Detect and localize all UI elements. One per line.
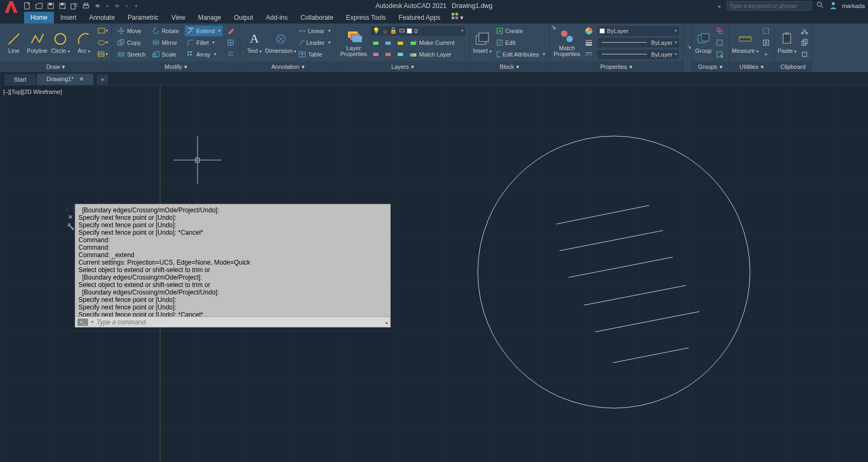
command-window[interactable]: ⋮⋮ ✕ 🔧 [Boundary edges/Crossing/mOde/Pro… (75, 204, 391, 328)
insert-block-button[interactable]: Insert (473, 25, 492, 60)
qat-customize-icon[interactable]: ▾ (131, 1, 141, 11)
layer-tool-3-icon[interactable] (394, 37, 406, 48)
offset-icon[interactable] (225, 49, 236, 60)
measure-button[interactable]: Measure (732, 25, 758, 60)
redo-icon[interactable] (112, 1, 122, 11)
save-icon[interactable] (46, 1, 56, 11)
linetype-icon[interactable] (583, 49, 595, 60)
tab-annotate[interactable]: Annotate (83, 12, 121, 23)
grip-icon[interactable]: ⋮⋮ (65, 205, 76, 211)
open-icon[interactable] (34, 1, 44, 11)
mirror-button[interactable]: Mirror (150, 37, 183, 48)
new-icon[interactable] (22, 1, 32, 11)
copy-clip-icon[interactable] (799, 37, 810, 48)
panel-properties-launcher[interactable]: ↘ (683, 23, 692, 72)
user-icon[interactable] (829, 1, 838, 11)
ungroup-icon[interactable] (714, 26, 725, 36)
user-name[interactable]: markada (842, 3, 865, 9)
fillet-button[interactable]: Fillet (185, 37, 223, 48)
layer-tool-1-icon[interactable] (370, 37, 382, 48)
dimension-button[interactable]: Dimension (267, 25, 294, 60)
tab-addins[interactable]: Add-ins (259, 12, 294, 23)
tab-output[interactable]: Output (227, 12, 259, 23)
panel-draw-title[interactable]: Draw ▾ (0, 61, 112, 72)
wrench-icon[interactable]: 🔧 (67, 223, 75, 230)
group-select-icon[interactable] (714, 49, 725, 60)
match-layer-button[interactable]: Match Layer (407, 49, 457, 60)
lineweight-bylayer-dropdown[interactable]: ByLayer▾ (597, 37, 680, 48)
create-block-button[interactable]: Create (494, 26, 547, 36)
make-current-button[interactable]: Make Current (407, 37, 457, 48)
file-tab-start[interactable]: Start (4, 74, 36, 85)
panel-layers-title[interactable]: Layers ▾ (336, 61, 469, 72)
table-button[interactable]: Table (296, 49, 333, 60)
match-prop-clip-icon[interactable] (799, 49, 810, 60)
extend-button[interactable]: Extend (185, 26, 223, 36)
layer-dropdown[interactable]: 💡 ☼ 🔓 0 ▾ (370, 26, 466, 36)
command-window-handle[interactable]: ⋮⋮ ✕ 🔧 (66, 204, 75, 230)
web-save-icon[interactable] (69, 1, 79, 11)
layer-tool-6-icon[interactable] (394, 49, 406, 59)
panel-annotation-title[interactable]: Annotation ▾ (240, 61, 336, 72)
ellipse-icon[interactable]: ▾ (97, 37, 108, 48)
arc-button[interactable]: Arc (73, 25, 94, 60)
color-bylayer-dropdown[interactable]: ByLayer▾ (597, 26, 680, 36)
drawing-canvas[interactable]: [–][Top][2D Wireframe] ⋮⋮ ✕ 🔧 [Boundary … (0, 85, 868, 462)
tab-parametric[interactable]: Parametric (121, 12, 165, 23)
select-all-icon[interactable] (760, 26, 772, 36)
undo-icon[interactable] (93, 1, 102, 11)
erase-icon[interactable] (225, 26, 236, 36)
file-tab-drawing[interactable]: Drawing1*✕ (37, 74, 93, 85)
leader-button[interactable]: Leader (296, 37, 333, 48)
polyline-button[interactable]: Polyline (27, 25, 48, 60)
viewport-label[interactable]: [–][Top][2D Wireframe] (3, 89, 62, 95)
tab-expresstools[interactable]: Express Tools (340, 12, 392, 23)
layer-properties-button[interactable]: Layer Properties (340, 25, 368, 60)
tab-featuredapps[interactable]: Featured Apps (392, 12, 447, 23)
lineweight-icon[interactable] (583, 37, 595, 48)
tab-insert[interactable]: Insert (54, 12, 83, 23)
panel-properties-expand-icon[interactable]: ↘ (550, 23, 557, 33)
panel-block-title[interactable]: Block ▾ (470, 61, 549, 72)
panel-groups-title[interactable]: Groups ▾ (692, 61, 729, 72)
layer-tool-5-icon[interactable] (382, 49, 394, 59)
panel-utilities-title[interactable]: Utilities ▾ (729, 61, 774, 72)
command-prompt-icon[interactable]: >_ (77, 318, 88, 326)
close-cmd-icon[interactable]: ✕ (68, 213, 73, 221)
panel-properties-title[interactable]: Properties ▾ (550, 61, 683, 72)
search-icon[interactable] (816, 1, 825, 11)
scale-button[interactable]: Scale (150, 49, 183, 60)
layer-tool-2-icon[interactable] (382, 37, 394, 48)
text-button[interactable]: AText (243, 25, 265, 60)
undo-dropdown-icon[interactable]: ▾ (105, 1, 110, 11)
color-wheel-icon[interactable] (583, 26, 595, 36)
rectangle-icon[interactable]: ▾ (97, 26, 108, 36)
copy-button[interactable]: Copy (115, 37, 148, 48)
group-edit-icon[interactable] (714, 37, 725, 48)
group-button[interactable]: Group (695, 25, 712, 60)
paste-button[interactable]: Paste (778, 25, 796, 60)
add-tab-button[interactable]: ＋ (97, 74, 108, 85)
tab-manage[interactable]: Manage (192, 12, 227, 23)
panel-modify-title[interactable]: Modify ▾ (112, 61, 240, 72)
edit-attributes-button[interactable]: Edit Attributes (494, 49, 547, 60)
tab-extra-icon[interactable]: ▾ (447, 10, 468, 23)
layer-tool-4-icon[interactable] (370, 49, 382, 59)
edit-block-button[interactable]: Edit (494, 37, 547, 48)
command-input[interactable] (97, 318, 382, 326)
linear-button[interactable]: Linear (296, 26, 333, 36)
move-button[interactable]: Move (115, 26, 148, 36)
quick-calc-icon[interactable] (760, 37, 772, 48)
linetype-bylayer-dropdown[interactable]: ByLayer▾ (597, 49, 680, 60)
search-input[interactable] (727, 1, 812, 11)
explode-icon[interactable] (225, 37, 236, 48)
close-tab-icon[interactable]: ✕ (79, 76, 84, 82)
tab-view[interactable]: View (165, 12, 192, 23)
stretch-button[interactable]: Stretch (115, 49, 148, 60)
circle-button[interactable]: Circle (50, 25, 72, 60)
rotate-button[interactable]: Rotate (150, 26, 183, 36)
redo-dropdown-icon[interactable]: ▾ (124, 1, 129, 11)
line-button[interactable]: Line (3, 25, 25, 60)
tab-collaborate[interactable]: Collaborate (294, 12, 340, 23)
command-expand-icon[interactable]: ▴ (385, 320, 388, 325)
